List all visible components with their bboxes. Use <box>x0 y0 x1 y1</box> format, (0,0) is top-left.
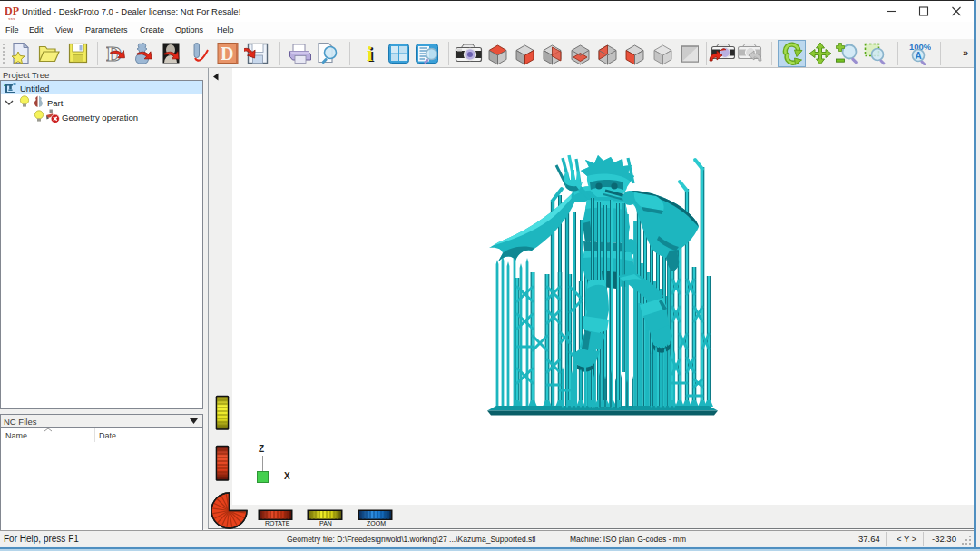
svg-text:A: A <box>916 51 922 61</box>
svg-text:xxx: xxx <box>8 16 15 21</box>
svg-text:D: D <box>220 44 233 64</box>
svg-text:i: i <box>367 42 373 65</box>
svg-text:DP: DP <box>5 5 19 17</box>
